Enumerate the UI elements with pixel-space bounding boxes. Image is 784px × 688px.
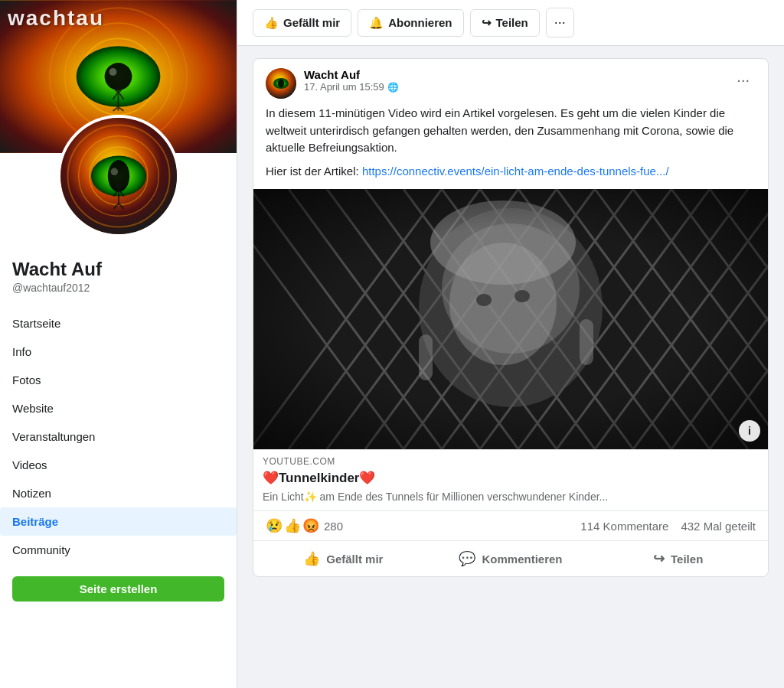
angry-emoji: 😡	[302, 517, 319, 534]
link-preview: YOUTUBE.COM ❤️Tunnelkinder❤️ Ein Licht✨ …	[253, 449, 768, 510]
sidebar-item-videos[interactable]: Videos	[0, 451, 237, 479]
sidebar-item-startseite[interactable]: Startseite	[0, 309, 237, 337]
svg-point-19	[278, 80, 284, 88]
page-avatar-wrap	[57, 115, 180, 237]
sidebar-item-info[interactable]: Info	[0, 337, 237, 366]
reaction-stats: 114 Kommentare 432 Mal geteilt	[580, 520, 756, 533]
create-page-button[interactable]: Seite erstellen	[12, 576, 224, 602]
share-action-icon: ↪	[653, 550, 665, 567]
post-header: Wacht Auf 17. April um 15:59 🌐 ···	[253, 59, 768, 105]
svg-point-15	[110, 168, 118, 176]
comment-label: Kommentieren	[482, 553, 562, 566]
like-action-icon: 👍	[303, 550, 320, 567]
info-badge[interactable]: i	[739, 420, 760, 442]
like-button[interactable]: 👍 Gefällt mir	[260, 544, 427, 573]
link-title: ❤️Tunnelkinder❤️	[253, 468, 768, 489]
post-card: Wacht Auf 17. April um 15:59 🌐 ··· In di…	[253, 58, 769, 577]
main-content: 👍 Gefällt mir 🔔 Abonnieren ↪ Teilen ···	[237, 0, 784, 688]
bell-icon: 🔔	[369, 16, 384, 30]
link-source: YOUTUBE.COM	[253, 450, 768, 468]
page-name: Wacht Auf	[12, 259, 224, 280]
subscribe-label: Abonnieren	[388, 16, 452, 29]
post-options-button[interactable]: ···	[730, 68, 756, 92]
comment-button[interactable]: 💬 Kommentieren	[427, 544, 595, 573]
feed: Wacht Auf 17. April um 15:59 🌐 ··· In di…	[237, 46, 784, 602]
comment-count[interactable]: 114 Kommentare	[580, 520, 668, 533]
thumbs-up-icon: 👍	[264, 16, 279, 30]
svg-point-7	[109, 68, 117, 76]
more-options-button[interactable]: ···	[546, 8, 574, 37]
reaction-summary: 😢 👍 😡 280	[266, 517, 343, 534]
sidebar: wachtau	[0, 0, 237, 688]
sidebar-info: Wacht Auf @wachtauf2012	[0, 237, 237, 300]
page-handle: @wachtauf2012	[12, 282, 224, 294]
like-page-label: Gefällt mir	[283, 16, 340, 29]
share-page-label: Teilen	[496, 16, 528, 29]
link-description: Ein Licht✨ am Ende des Tunnels für Milli…	[253, 489, 768, 510]
page-avatar	[57, 115, 180, 237]
like-label: Gefällt mir	[326, 553, 383, 566]
sidebar-item-website[interactable]: Website	[0, 394, 237, 422]
crying-emoji: 😢	[266, 517, 283, 534]
globe-icon: 🌐	[387, 82, 399, 93]
sidebar-item-fotos[interactable]: Fotos	[0, 366, 237, 394]
post-author-name: Wacht Auf	[304, 68, 730, 81]
thumbs-up-emoji: 👍	[284, 517, 301, 534]
post-article-link[interactable]: https://connectiv.events/ein-licht-am-en…	[362, 165, 669, 178]
comment-icon: 💬	[459, 550, 475, 567]
sidebar-item-beitraege[interactable]: Beiträge	[0, 507, 237, 536]
share-label: Teilen	[671, 553, 703, 566]
top-bar: 👍 Gefällt mir 🔔 Abonnieren ↪ Teilen ···	[237, 0, 784, 46]
sidebar-item-notizen[interactable]: Notizen	[0, 479, 237, 507]
post-author-avatar	[266, 68, 296, 99]
share-button[interactable]: ↪ Teilen	[594, 544, 762, 573]
video-thumbnail[interactable]: i	[253, 189, 768, 449]
post-link-label: Hier ist der Artikel: https://connectiv.…	[266, 163, 756, 181]
svg-rect-57	[253, 189, 768, 449]
post-body: In diesem 11-minütigen Video wird ein Ar…	[253, 105, 768, 189]
share-page-button[interactable]: ↪ Teilen	[470, 9, 540, 37]
post-meta: Wacht Auf 17. April um 15:59 🌐	[304, 68, 730, 93]
sidebar-item-community[interactable]: Community	[0, 536, 237, 564]
like-page-button[interactable]: 👍 Gefällt mir	[253, 9, 351, 37]
svg-point-8	[115, 85, 122, 93]
sidebar-nav: StartseiteInfoFotosWebsiteVeranstaltunge…	[0, 309, 237, 564]
action-buttons: 👍 Gefällt mir 💬 Kommentieren ↪ Teilen	[253, 541, 768, 576]
subscribe-button[interactable]: 🔔 Abonnieren	[358, 9, 463, 37]
reaction-emojis: 😢 👍 😡	[266, 517, 319, 534]
svg-point-16	[115, 182, 122, 190]
cover-text: wachtau	[8, 6, 104, 31]
post-text: In diesem 11-minütigen Video wird ein Ar…	[266, 105, 756, 157]
sidebar-item-veranstaltungen[interactable]: Veranstaltungen	[0, 422, 237, 451]
share-icon: ↪	[482, 16, 492, 30]
reactions-bar: 😢 👍 😡 280 114 Kommentare 432 Mal geteilt	[253, 510, 768, 541]
reaction-count: 280	[324, 520, 343, 533]
share-count[interactable]: 432 Mal geteilt	[681, 520, 756, 533]
post-timestamp: 17. April um 15:59 🌐	[304, 81, 730, 93]
